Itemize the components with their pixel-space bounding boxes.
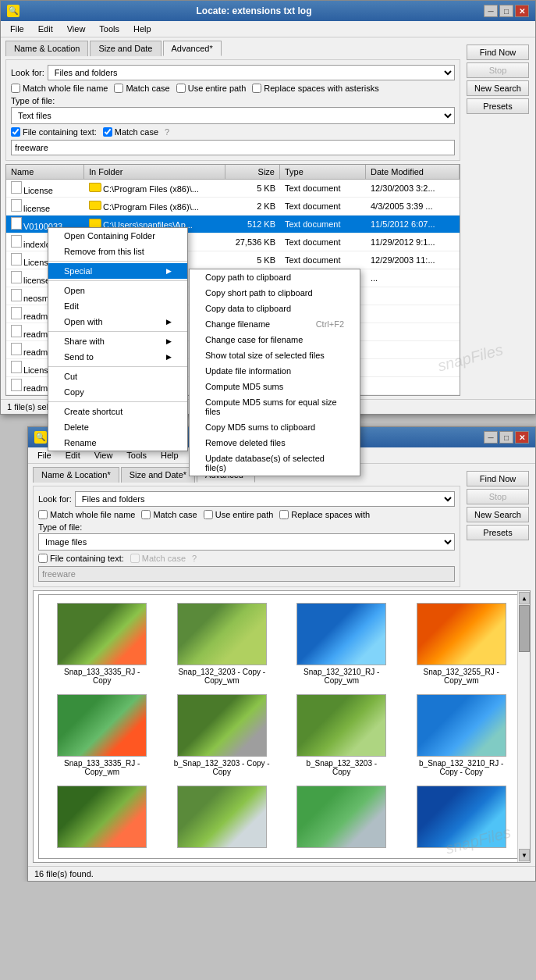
ctx-rename[interactable]: Rename — [48, 435, 187, 451]
replace-spaces-checkbox-2[interactable]: Replace spaces with — [279, 510, 370, 519]
ctx-copy-md5[interactable]: Copy MD5 sums to clipboard — [190, 419, 360, 435]
stop-button-2[interactable]: Stop — [467, 489, 529, 504]
list-item[interactable]: b_Snap_132_3203 -Copy — [283, 691, 400, 779]
list-item[interactable]: Snap_132_3203 - Copy -Copy_wm — [164, 600, 281, 688]
find-now-button-2[interactable]: Find Now — [467, 471, 529, 486]
scroll-thumb-2[interactable] — [519, 605, 530, 652]
ctx-copy-short-path[interactable]: Copy short path to clipboard — [190, 285, 360, 301]
match-case-text-input-2[interactable] — [130, 554, 140, 563]
match-whole-checkbox-1[interactable]: Match whole file name — [11, 84, 108, 93]
menu-edit-1[interactable]: Edit — [32, 23, 59, 35]
tab-size-date-1[interactable]: Size and Date — [90, 41, 161, 56]
scrollbar-2[interactable]: ▲ ▼ — [517, 591, 530, 862]
match-case-text-input-1[interactable] — [103, 127, 112, 137]
match-case-input-2[interactable] — [141, 510, 151, 519]
match-case-text-checkbox-2[interactable]: Match case — [130, 554, 186, 563]
file-containing-input-2[interactable] — [38, 554, 48, 563]
lookfor-combo-2[interactable]: Files and folders — [75, 491, 455, 507]
minimize-button-1[interactable]: ─ — [484, 5, 498, 17]
menu-help-1[interactable]: Help — [127, 23, 158, 35]
list-item[interactable]: Snap_132_3210_RJ -Copy_wm — [283, 600, 400, 688]
match-case-checkbox-1[interactable]: Match case — [114, 84, 169, 93]
ctx-special[interactable]: Special ▶ — [48, 263, 187, 279]
entire-path-checkbox-1[interactable]: Use entire path — [176, 84, 247, 93]
replace-spaces-checkbox-1[interactable]: Replace spaces with asterisks — [252, 84, 378, 93]
table-row[interactable]: license C:\Program Files (x86)\... 2 KB … — [6, 198, 460, 216]
ctx-edit[interactable]: Edit — [48, 298, 187, 314]
scroll-down-2[interactable]: ▼ — [519, 849, 530, 861]
ctx-change-filename[interactable]: Change filename Ctrl+F2 — [190, 316, 360, 332]
text-search-input-2[interactable] — [38, 566, 455, 582]
ctx-open-containing[interactable]: Open Containing Folder — [48, 228, 187, 244]
find-now-button-1[interactable]: Find Now — [467, 45, 529, 60]
entire-path-input-1[interactable] — [176, 84, 186, 93]
ctx-open-with[interactable]: Open with ▶ — [48, 314, 187, 330]
tab-name-location-1[interactable]: Name & Location — [5, 41, 88, 56]
tab-name-location-2[interactable]: Name & Location* — [33, 467, 119, 483]
tab-advanced-1[interactable]: Advanced* — [163, 41, 222, 56]
presets-button-1[interactable]: Presets — [467, 98, 529, 114]
ctx-share-with[interactable]: Share with ▶ — [48, 333, 187, 349]
ctx-remove-list[interactable]: Remove from this list — [48, 244, 187, 259]
ctx-cut[interactable]: Cut — [48, 369, 187, 384]
maximize-button-1[interactable]: □ — [499, 5, 513, 17]
ctx-compute-md5-equal[interactable]: Compute MD5 sums for equal size files — [190, 394, 360, 419]
text-search-input-1[interactable] — [11, 140, 455, 155]
ctx-copy-data[interactable]: Copy data to clipboard — [190, 301, 360, 316]
ctx-update-db[interactable]: Update database(s) of selected file(s) — [190, 451, 360, 476]
stop-button-1[interactable]: Stop — [467, 62, 529, 78]
match-case-input-1[interactable] — [114, 84, 123, 93]
table-row[interactable]: License C:\Program Files (x86)\... 5 KB … — [6, 180, 460, 198]
ctx-copy[interactable]: Copy — [48, 384, 187, 400]
ctx-create-shortcut[interactable]: Create shortcut — [48, 404, 187, 419]
match-case-text-checkbox-1[interactable]: Match case — [103, 127, 158, 137]
ctx-change-case[interactable]: Change case for filename — [190, 332, 360, 347]
entire-path-input-2[interactable] — [204, 510, 213, 519]
new-search-button-2[interactable]: New Search — [467, 507, 529, 522]
ctx-open[interactable]: Open — [48, 283, 187, 298]
menu-file-1[interactable]: File — [4, 23, 30, 35]
ctx-compute-md5[interactable]: Compute MD5 sums — [190, 379, 360, 394]
menu-view-1[interactable]: View — [61, 23, 92, 35]
presets-button-2[interactable]: Presets — [467, 525, 529, 540]
type-combo-2[interactable]: Image files — [38, 533, 455, 551]
file-icon — [11, 199, 22, 212]
match-case-checkbox-2[interactable]: Match case — [141, 510, 197, 519]
ctx-show-total-size[interactable]: Show total size of selected files — [190, 347, 360, 363]
replace-spaces-input-2[interactable] — [279, 510, 289, 519]
new-search-button-1[interactable]: New Search — [467, 80, 529, 96]
options-row-1: Match whole file name Match case Use ent… — [11, 84, 455, 93]
replace-spaces-input-1[interactable] — [252, 84, 261, 93]
match-whole-input-1[interactable] — [11, 84, 20, 93]
scroll-up-2[interactable]: ▲ — [519, 592, 530, 604]
lookfor-combo-1[interactable]: Files and folders — [48, 65, 455, 80]
ctx-remove-deleted[interactable]: Remove deleted files — [190, 435, 360, 451]
options-row-2: Match whole file name Match case Use ent… — [38, 510, 455, 519]
tab-size-date-2[interactable]: Size and Date* — [121, 467, 195, 483]
type-label-1: Type of file: — [11, 96, 455, 105]
ctx-delete[interactable]: Delete — [48, 419, 187, 435]
entire-path-checkbox-2[interactable]: Use entire path — [204, 510, 274, 519]
list-item[interactable] — [164, 782, 281, 853]
type-combo-1[interactable]: Text files — [11, 107, 455, 124]
minimize-button-2[interactable]: ─ — [484, 431, 498, 444]
file-containing-input-1[interactable] — [11, 127, 20, 137]
ctx-send-to[interactable]: Send to ▶ — [48, 349, 187, 365]
match-whole-checkbox-2[interactable]: Match whole file name — [38, 510, 135, 519]
menu-tools-1[interactable]: Tools — [93, 23, 126, 35]
close-button-2[interactable]: ✕ — [515, 431, 529, 444]
list-item[interactable]: Snap_133_3335_RJ -Copy — [44, 600, 161, 688]
list-item[interactable]: b_Snap_132_3210_RJ -Copy - Copy — [403, 691, 520, 779]
file-containing-checkbox-1[interactable]: File containing text: — [11, 127, 97, 137]
match-whole-input-2[interactable] — [38, 510, 48, 519]
ctx-update-file-info[interactable]: Update file information — [190, 363, 360, 379]
close-button-1[interactable]: ✕ — [515, 5, 529, 17]
list-item[interactable]: Snap_133_3335_RJ -Copy_wm — [44, 691, 161, 779]
list-item[interactable] — [283, 782, 400, 853]
list-item[interactable]: Snap_132_3255_RJ -Copy_wm — [403, 600, 520, 688]
ctx-copy-path[interactable]: Copy path to clipboard — [190, 269, 360, 285]
maximize-button-2[interactable]: □ — [499, 431, 513, 444]
file-containing-checkbox-2[interactable]: File containing text: — [38, 554, 124, 563]
list-item[interactable]: b_Snap_132_3203 - Copy -Copy — [164, 691, 281, 779]
list-item[interactable] — [44, 782, 161, 853]
